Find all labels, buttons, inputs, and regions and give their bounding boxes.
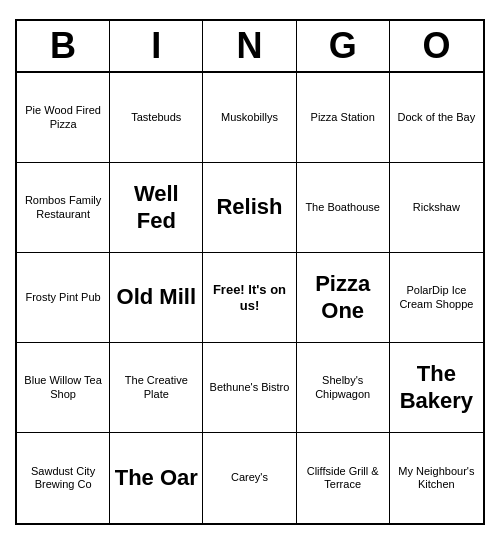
bingo-cell: Rombos Family Restaurant xyxy=(17,163,110,253)
bingo-cell: Dock of the Bay xyxy=(390,73,483,163)
bingo-cell: Well Fed xyxy=(110,163,203,253)
header-letter: O xyxy=(390,21,483,71)
bingo-header: BINGO xyxy=(17,21,483,73)
header-letter: N xyxy=(203,21,296,71)
bingo-card: BINGO Pie Wood Fired PizzaTastebudsMusko… xyxy=(15,19,485,525)
bingo-cell: Frosty Pint Pub xyxy=(17,253,110,343)
bingo-cell: Old Mill xyxy=(110,253,203,343)
header-letter: B xyxy=(17,21,110,71)
bingo-cell: Free! It's on us! xyxy=(203,253,296,343)
bingo-cell: Pizza One xyxy=(297,253,390,343)
bingo-cell: Muskobillys xyxy=(203,73,296,163)
header-letter: G xyxy=(297,21,390,71)
bingo-cell: The Creative Plate xyxy=(110,343,203,433)
bingo-grid: Pie Wood Fired PizzaTastebudsMuskobillys… xyxy=(17,73,483,523)
bingo-cell: Pie Wood Fired Pizza xyxy=(17,73,110,163)
bingo-cell: Sawdust City Brewing Co xyxy=(17,433,110,523)
bingo-cell: Shelby's Chipwagon xyxy=(297,343,390,433)
bingo-cell: Relish xyxy=(203,163,296,253)
bingo-cell: Carey's xyxy=(203,433,296,523)
bingo-cell: The Bakery xyxy=(390,343,483,433)
bingo-cell: My Neighbour's Kitchen xyxy=(390,433,483,523)
bingo-cell: The Boathouse xyxy=(297,163,390,253)
bingo-cell: Pizza Station xyxy=(297,73,390,163)
header-letter: I xyxy=(110,21,203,71)
bingo-cell: PolarDip Ice Cream Shoppe xyxy=(390,253,483,343)
bingo-cell: Blue Willow Tea Shop xyxy=(17,343,110,433)
bingo-cell: Tastebuds xyxy=(110,73,203,163)
bingo-cell: Rickshaw xyxy=(390,163,483,253)
bingo-cell: Cliffside Grill & Terrace xyxy=(297,433,390,523)
bingo-cell: Bethune's Bistro xyxy=(203,343,296,433)
bingo-cell: The Oar xyxy=(110,433,203,523)
